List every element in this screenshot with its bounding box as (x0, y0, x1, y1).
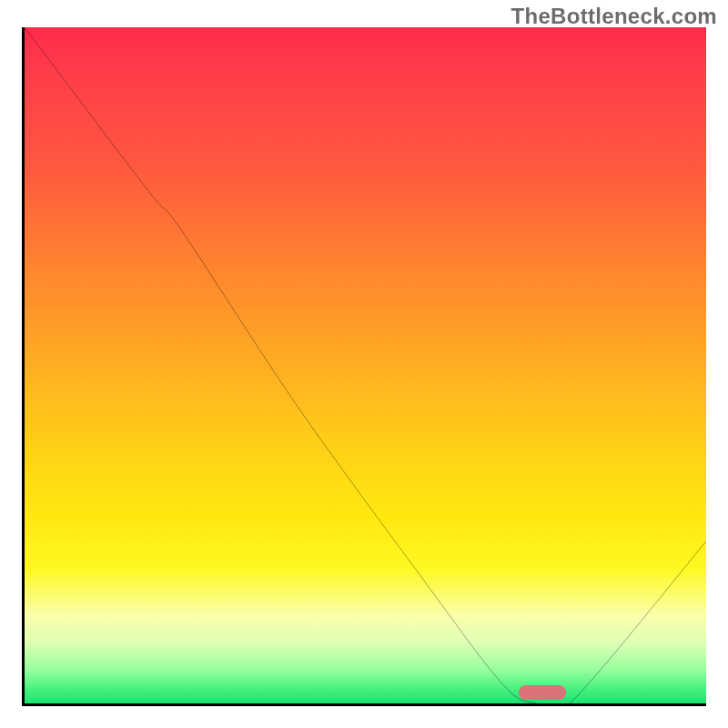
bottleneck-curve (25, 27, 706, 703)
chart-container: TheBottleneck.com (0, 0, 728, 728)
plot-area (22, 27, 706, 706)
curve-path (25, 27, 706, 703)
watermark-text: TheBottleneck.com (511, 4, 717, 29)
